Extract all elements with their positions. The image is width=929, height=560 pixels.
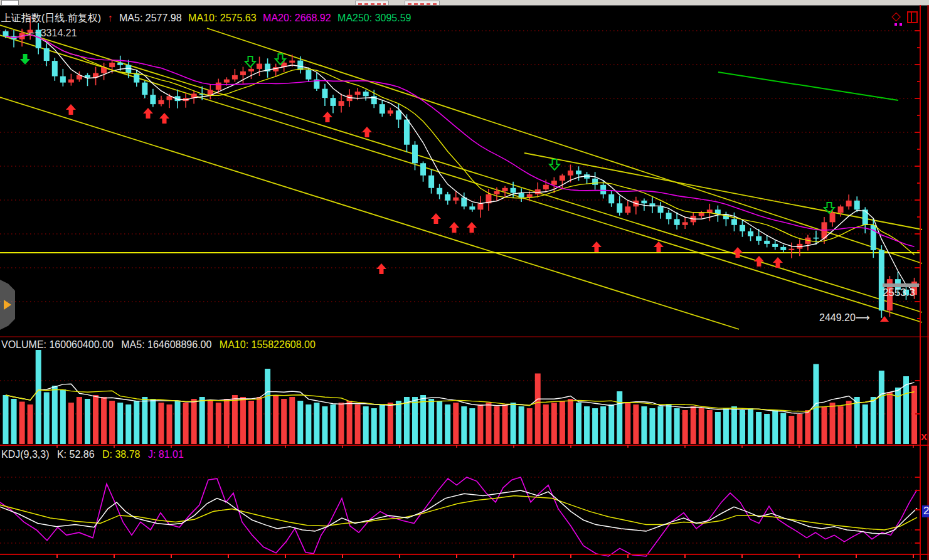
volume-value: VOLUME: 160060400.00 [1,339,114,350]
diamond-tool-icon[interactable]: ◇ [891,10,901,23]
high-price-value: 3314.21 [41,28,77,38]
instrument-title: 上证指数(日线.前复权) [1,13,101,23]
ma250-value: MA250: 3095.59 [337,13,411,23]
low-price-value: 2449.20 [819,312,856,323]
volume-pane-header: VOLUME: 160060400.00 MA5: 164608896.00 M… [1,339,321,351]
kdj-j-value: J: 81.01 [148,449,184,460]
kdj-k-value: K: 52.86 [57,449,95,460]
low-point-triangle-icon [880,316,889,322]
indicator-page-badge[interactable]: 2 [922,505,929,517]
kdj-name: KDJ(9,3,3) [1,449,49,460]
indicator-close-button[interactable]: X [921,432,927,443]
low-price-annotation: 2449.20⟶ [819,312,869,324]
kdj-pane-header: KDJ(9,3,3) K: 52.86 D: 38.78 J: 81.01 [1,449,189,460]
split-pane-icon[interactable] [907,11,918,23]
kdj-d-value: D: 38.78 [102,449,140,460]
ma5-value: MA5: 2577.98 [119,13,182,23]
high-marker-icon: ⌐~ [29,28,41,38]
ma10-value: MA10: 2575.63 [188,13,257,23]
volume-ma5-value: MA5: 164608896.00 [121,339,211,350]
signal-up-arrow-icon: ↑ [108,13,113,23]
trading-app-window: 上证指数(日线.前复权) ↑ MA5: 2577.98 MA10: 2575.6… [0,0,929,560]
magenta-dot-icon [894,23,897,26]
chart-canvas[interactable] [0,0,929,560]
main-chart-header: 上证指数(日线.前复权) ↑ MA5: 2577.98 MA10: 2575.6… [1,13,415,24]
high-price-annotation: ⌐~3314.21 [29,28,77,39]
volume-ma10-value: MA10: 155822608.00 [220,339,316,350]
low-arrow-icon: ⟶ [856,312,869,323]
expand-arrow-icon [4,300,11,310]
last-price-tag: 2553.3 [883,283,920,299]
ma20-value: MA20: 2668.92 [263,13,331,23]
magenta-dot-icon [900,23,902,26]
last-price-value: 2553.3 [883,287,920,299]
